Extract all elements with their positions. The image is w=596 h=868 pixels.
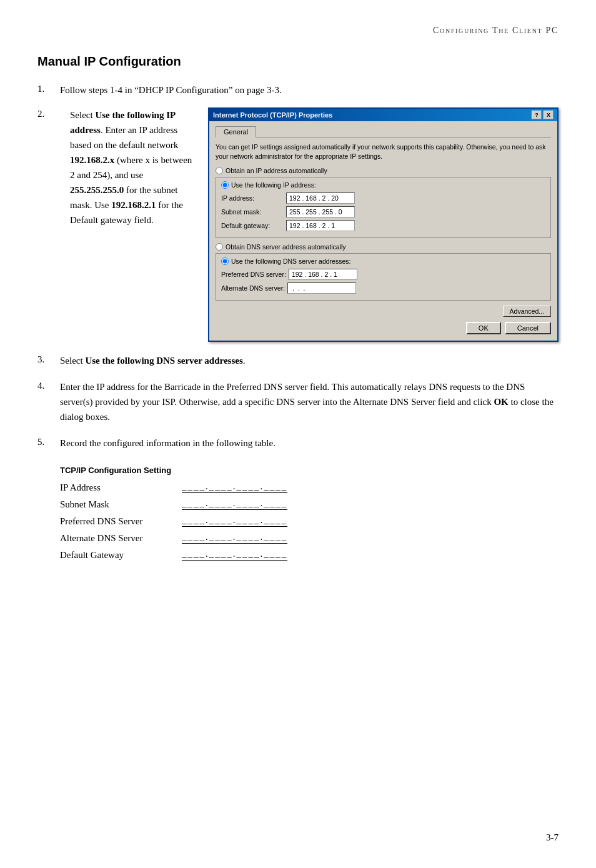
subnet-mask-label: Subnet mask: xyxy=(221,208,284,216)
tcp-table-title: TCP/IP Configuration Setting xyxy=(60,466,559,475)
header-text: Configuring The Client PC xyxy=(433,26,559,35)
tcp-row-4: Default Gateway ____.____.____.____ xyxy=(60,549,559,561)
radio-manual-dns-row: Use the following DNS server addresses: xyxy=(221,257,545,265)
ip-address-value[interactable]: 192 . 168 . 2 . 20 xyxy=(286,192,355,204)
subnet-mask-value[interactable]: 255 . 255 . 255 . 0 xyxy=(286,206,355,217)
tcp-ip-dialog: Internet Protocol (TCP/IP) Properties ? … xyxy=(208,107,559,342)
tcp-label-4: Default Gateway xyxy=(60,550,176,561)
radio-auto-dns-label: Obtain DNS server address automatically xyxy=(226,243,346,251)
alternate-dns-value[interactable]: . . . xyxy=(287,282,356,294)
titlebar-buttons: ? X xyxy=(532,111,554,119)
preferred-dns-row: Preferred DNS server: 192 . 168 . 2 . 1 xyxy=(221,269,545,280)
radio-auto-ip-label: Obtain an IP address automatically xyxy=(226,167,327,174)
info-text: You can get IP settings assigned automat… xyxy=(216,142,551,161)
radio-manual-ip-label: Use the following IP address: xyxy=(231,181,316,189)
radio-manual-ip[interactable] xyxy=(221,181,229,189)
tcp-line-4: ____.____.____.____ xyxy=(182,549,287,561)
step-3-text: Select Use the following DNS server addr… xyxy=(60,353,559,368)
tcp-label-2: Preferred DNS Server xyxy=(60,516,176,527)
ok-button[interactable]: OK xyxy=(466,322,501,334)
ip-address-row: IP address: 192 . 168 . 2 . 20 xyxy=(221,192,545,204)
step-2-text: Select Use the following IP address. Ent… xyxy=(70,107,198,227)
tcp-label-3: Alternate DNS Server xyxy=(60,533,176,544)
close-button[interactable]: X xyxy=(544,111,554,119)
alternate-dns-label: Alternate DNS server: xyxy=(221,284,285,292)
step-4-num: 4. xyxy=(37,379,60,391)
advanced-button[interactable]: Advanced... xyxy=(503,306,551,317)
dialog-body: General You can get IP settings assigned… xyxy=(209,121,557,341)
preferred-dns-label: Preferred DNS server: xyxy=(221,271,286,278)
help-button[interactable]: ? xyxy=(532,111,542,119)
tcp-line-1: ____.____.____.____ xyxy=(182,498,287,510)
step-4: 4. Enter the IP address for the Barricad… xyxy=(37,379,559,424)
manual-ip-section: Use the following IP address: IP address… xyxy=(216,177,551,238)
tcp-row-0: IP Address ____.____.____.____ xyxy=(60,481,559,493)
step-1: 1. Follow steps 1-4 in “DHCP IP Configur… xyxy=(37,82,559,97)
step-5: 5. Record the configured information in … xyxy=(37,436,559,451)
tab-bar: General xyxy=(216,126,551,137)
tcp-row-2: Preferred DNS Server ____.____.____.____ xyxy=(60,515,559,527)
step-2: 2. Select Use the following IP address. … xyxy=(37,107,559,342)
default-gateway-label: Default gateway: xyxy=(221,222,284,229)
cancel-button[interactable]: Cancel xyxy=(505,322,551,334)
step-3-num: 3. xyxy=(37,353,60,365)
alternate-dns-dots: . . . xyxy=(291,284,305,292)
ok-cancel-buttons: OK Cancel xyxy=(466,322,551,334)
tcp-line-3: ____.____.____.____ xyxy=(182,532,287,544)
tcp-label-1: Subnet Mask xyxy=(60,499,176,510)
radio-auto-ip[interactable] xyxy=(216,167,223,174)
step-5-num: 5. xyxy=(37,436,60,447)
step-1-text: Follow steps 1-4 in “DHCP IP Configurati… xyxy=(60,82,559,97)
radio-manual-dns[interactable] xyxy=(221,257,229,265)
step-3: 3. Select Use the following DNS server a… xyxy=(37,353,559,368)
default-gateway-row: Default gateway: 192 . 168 . 2 . 1 xyxy=(221,220,545,231)
default-gateway-value[interactable]: 192 . 168 . 2 . 1 xyxy=(286,220,355,231)
radio-auto-dns-row: Obtain DNS server address automatically xyxy=(216,243,551,251)
alternate-dns-row: Alternate DNS server: . . . xyxy=(221,282,545,294)
radio-auto-ip-row: Obtain an IP address automatically xyxy=(216,167,551,174)
step-2-num: 2. xyxy=(37,107,60,119)
step-1-num: 1. xyxy=(37,82,60,94)
subnet-mask-row: Subnet mask: 255 . 255 . 255 . 0 xyxy=(221,206,545,217)
manual-dns-section: Use the following DNS server addresses: … xyxy=(216,253,551,301)
section-title: Manual IP Configuration xyxy=(37,54,559,69)
radio-manual-ip-row: Use the following IP address: xyxy=(221,181,545,189)
preferred-dns-value[interactable]: 192 . 168 . 2 . 1 xyxy=(289,269,357,280)
page-header: Configuring The Client PC xyxy=(37,25,559,36)
radio-manual-dns-label: Use the following DNS server addresses: xyxy=(231,257,350,265)
tcp-line-2: ____.____.____.____ xyxy=(182,515,287,527)
tcp-label-0: IP Address xyxy=(60,482,176,493)
ok-cancel-row: OK Cancel xyxy=(216,322,551,334)
dialog-titlebar: Internet Protocol (TCP/IP) Properties ? … xyxy=(209,109,557,121)
tcp-row-1: Subnet Mask ____.____.____.____ xyxy=(60,498,559,510)
ip-address-label: IP address: xyxy=(221,194,284,202)
tcp-line-0: ____.____.____.____ xyxy=(182,481,287,493)
page-number: 3-7 xyxy=(546,832,559,843)
tcp-row-3: Alternate DNS Server ____.____.____.____ xyxy=(60,532,559,544)
step-5-text: Record the configured information in the… xyxy=(60,436,559,451)
radio-auto-dns[interactable] xyxy=(216,243,223,251)
dialog-buttons: Advanced... xyxy=(216,306,551,317)
general-tab[interactable]: General xyxy=(216,126,256,137)
dialog-title: Internet Protocol (TCP/IP) Properties xyxy=(213,111,332,119)
tcp-config-section: TCP/IP Configuration Setting IP Address … xyxy=(60,466,559,561)
step-4-text: Enter the IP address for the Barricade i… xyxy=(60,379,559,424)
